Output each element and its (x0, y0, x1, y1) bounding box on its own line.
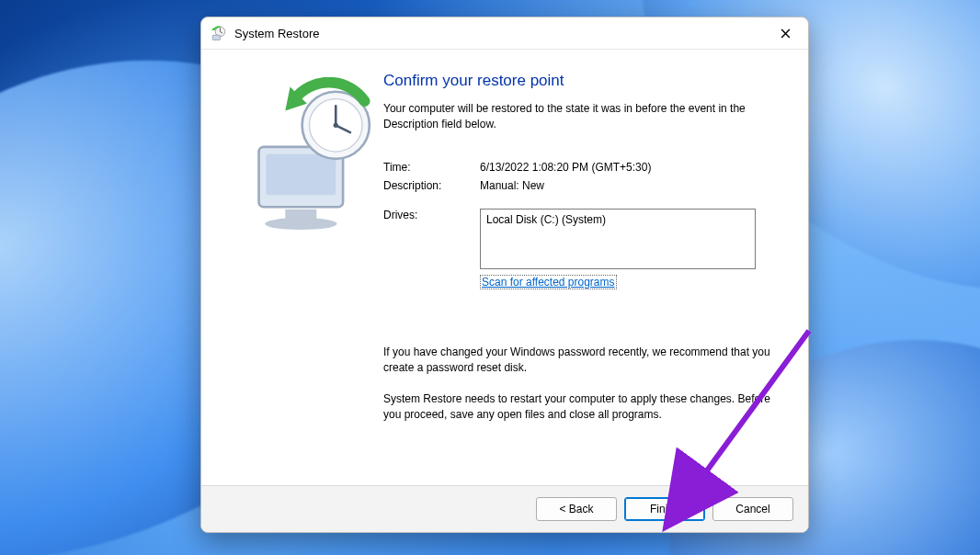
page-heading: Confirm your restore point (383, 72, 786, 90)
password-note: If you have changed your Windows passwor… (383, 345, 786, 377)
intro-text: Your computer will be restored to the st… (383, 101, 786, 133)
drives-row: Drives: Local Disk (C:) (System) (383, 209, 786, 269)
dialog-body: Confirm your restore point Your computer… (201, 50, 808, 485)
close-icon (781, 28, 791, 39)
description-row: Description: Manual: New (383, 179, 786, 192)
svg-point-11 (334, 123, 338, 128)
time-label: Time: (383, 161, 480, 174)
time-row: Time: 6/13/2022 1:08:20 PM (GMT+5:30) (383, 161, 786, 174)
wizard-graphic-pane (223, 72, 380, 478)
finish-button[interactable]: Finish (624, 497, 705, 521)
scan-affected-programs-link[interactable]: Scan for affected programs (480, 275, 617, 289)
titlebar: System Restore (201, 17, 808, 50)
drives-listbox[interactable]: Local Disk (C:) (System) (480, 209, 756, 269)
desktop-wallpaper: System Restore (0, 0, 980, 555)
description-value: Manual: New (480, 179, 786, 192)
svg-rect-2 (212, 35, 220, 40)
system-restore-icon (211, 25, 227, 41)
svg-rect-5 (285, 210, 316, 219)
restore-hero-icon (237, 221, 393, 236)
window-title: System Restore (234, 27, 771, 40)
svg-rect-4 (266, 154, 336, 195)
back-button[interactable]: < Back (536, 497, 617, 521)
dialog-footer: < Back Finish Cancel (201, 485, 808, 532)
cancel-button[interactable]: Cancel (712, 497, 793, 521)
scan-link-row: Scan for affected programs (383, 275, 786, 289)
drives-label: Drives: (383, 209, 480, 221)
time-value: 6/13/2022 1:08:20 PM (GMT+5:30) (480, 161, 786, 174)
close-button[interactable] (771, 22, 799, 44)
content-pane: Confirm your restore point Your computer… (380, 72, 786, 478)
description-label: Description: (383, 179, 480, 192)
svg-point-6 (265, 218, 336, 230)
restart-note: System Restore needs to restart your com… (383, 391, 786, 424)
system-restore-window: System Restore (200, 17, 809, 533)
drives-item[interactable]: Local Disk (C:) (System) (486, 213, 749, 226)
